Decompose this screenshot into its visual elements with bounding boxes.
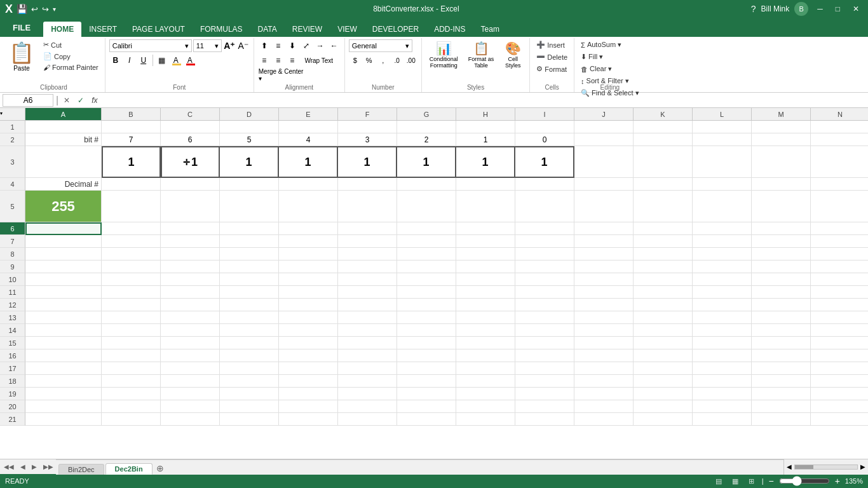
tab-review[interactable]: REVIEW — [285, 22, 330, 37]
cell-k17[interactable] — [634, 362, 693, 375]
cell-m6[interactable] — [752, 222, 811, 235]
cell-n11[interactable] — [811, 286, 868, 299]
cell-h8[interactable] — [456, 248, 515, 261]
tab-home[interactable]: HOME — [43, 22, 81, 37]
tab-data[interactable]: DATA — [250, 22, 285, 37]
cell-l6[interactable] — [693, 222, 752, 235]
cell-n3[interactable] — [811, 146, 868, 178]
cell-i20[interactable] — [515, 400, 574, 413]
cell-l21[interactable] — [693, 413, 752, 426]
cell-d1[interactable] — [220, 121, 279, 133]
cell-n4[interactable] — [811, 178, 868, 191]
cell-f12[interactable] — [338, 299, 397, 311]
cell-h1[interactable] — [456, 121, 515, 133]
cell-h20[interactable] — [456, 400, 515, 413]
cell-g16[interactable] — [397, 349, 456, 362]
cell-g13[interactable] — [397, 311, 456, 324]
cell-f3[interactable]: 1 — [338, 146, 397, 178]
name-box[interactable]: A6 — [3, 94, 53, 107]
header-corner[interactable]: ▾ — [0, 108, 25, 120]
cell-n18[interactable] — [811, 375, 868, 388]
cell-k20[interactable] — [634, 400, 693, 413]
cell-j5[interactable] — [574, 191, 634, 222]
cell-i21[interactable] — [515, 413, 574, 426]
cell-i4[interactable] — [515, 178, 574, 191]
qat-save[interactable]: 💾 — [17, 4, 27, 14]
cell-n16[interactable] — [811, 349, 868, 362]
cell-b16[interactable] — [102, 349, 161, 362]
cell-f10[interactable] — [338, 273, 397, 286]
cell-h9[interactable] — [456, 261, 515, 273]
cell-d8[interactable] — [220, 248, 279, 261]
qat-redo[interactable]: ↪ — [42, 4, 49, 14]
cell-k16[interactable] — [634, 349, 693, 362]
cell-g20[interactable] — [397, 400, 456, 413]
cell-j11[interactable] — [574, 286, 634, 299]
cell-i10[interactable] — [515, 273, 574, 286]
zoom-in-button[interactable]: + — [835, 476, 840, 486]
cell-d13[interactable] — [220, 311, 279, 324]
add-sheet-button[interactable]: ⊕ — [154, 462, 166, 475]
cell-m13[interactable] — [752, 311, 811, 324]
fill-color-button[interactable]: A — [170, 54, 182, 67]
cell-c3[interactable]: ✛1 — [161, 146, 220, 178]
cell-h7[interactable] — [456, 235, 515, 248]
tab-add-ins[interactable]: ADD-INS — [426, 22, 473, 37]
row-header-14[interactable]: 14 — [0, 324, 25, 337]
row-header-12[interactable]: 12 — [0, 299, 25, 311]
cell-e17[interactable] — [279, 362, 338, 375]
cell-l5[interactable] — [693, 191, 752, 222]
cell-j13[interactable] — [574, 311, 634, 324]
tab-scroll-next[interactable]: ▶ — [29, 463, 39, 470]
cell-k1[interactable] — [634, 121, 693, 133]
cell-n8[interactable] — [811, 248, 868, 261]
cell-d17[interactable] — [220, 362, 279, 375]
cell-a1[interactable] — [25, 121, 102, 133]
cell-g8[interactable] — [397, 248, 456, 261]
cell-e14[interactable] — [279, 324, 338, 337]
copy-button[interactable]: 📄 Copy — [41, 51, 101, 62]
cell-f6[interactable] — [338, 222, 397, 235]
cell-d7[interactable] — [220, 235, 279, 248]
cell-c19[interactable] — [161, 388, 220, 400]
col-header-j[interactable]: J — [574, 108, 634, 120]
cell-j2[interactable] — [574, 133, 634, 146]
cell-k4[interactable] — [634, 178, 693, 191]
cell-i17[interactable] — [515, 362, 574, 375]
cell-l10[interactable] — [693, 273, 752, 286]
cell-n1[interactable] — [811, 121, 868, 133]
cell-i14[interactable] — [515, 324, 574, 337]
tab-view[interactable]: VIEW — [330, 22, 365, 37]
cell-a21[interactable] — [25, 413, 102, 426]
cell-m21[interactable] — [752, 413, 811, 426]
cell-l11[interactable] — [693, 286, 752, 299]
cell-d11[interactable] — [220, 286, 279, 299]
cell-k21[interactable] — [634, 413, 693, 426]
tab-page-layout[interactable]: PAGE LAYOUT — [125, 22, 193, 37]
cell-n6[interactable] — [811, 222, 868, 235]
format-as-table-button[interactable]: 📋 Format asTable — [465, 39, 498, 70]
cut-button[interactable]: ✂ Cut — [41, 39, 101, 50]
indent-decrease-button[interactable]: ← — [328, 39, 341, 52]
col-header-m[interactable]: M — [752, 108, 811, 120]
cell-f1[interactable] — [338, 121, 397, 133]
help-icon[interactable]: ? — [751, 4, 756, 14]
cell-m4[interactable] — [752, 178, 811, 191]
decimal-dec-button[interactable]: .00 — [405, 54, 417, 67]
zoom-out-button[interactable]: − — [768, 476, 773, 486]
cell-g18[interactable] — [397, 375, 456, 388]
cell-d5[interactable] — [220, 191, 279, 222]
cell-g21[interactable] — [397, 413, 456, 426]
row-header-2[interactable]: 2 — [0, 133, 25, 146]
font-name-dropdown[interactable]: Calibri ▾ — [109, 39, 192, 52]
col-header-c[interactable]: C — [161, 108, 220, 120]
row-header-8[interactable]: 8 — [0, 248, 25, 261]
cell-e20[interactable] — [279, 400, 338, 413]
cell-k2[interactable] — [634, 133, 693, 146]
cell-a15[interactable] — [25, 337, 102, 349]
cell-j8[interactable] — [574, 248, 634, 261]
cell-m20[interactable] — [752, 400, 811, 413]
cell-c5[interactable] — [161, 191, 220, 222]
cell-c13[interactable] — [161, 311, 220, 324]
cell-e15[interactable] — [279, 337, 338, 349]
